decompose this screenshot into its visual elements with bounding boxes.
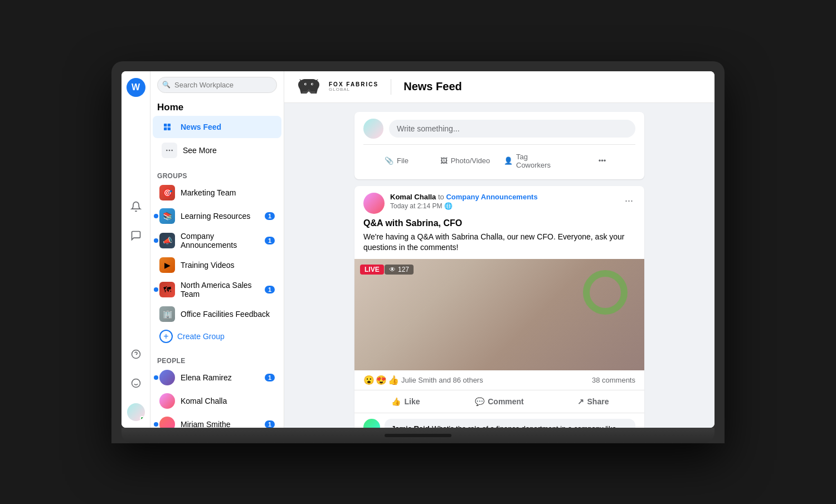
learning-resources-label: Learning Resources bbox=[181, 212, 259, 221]
miriam-smithe-avatar bbox=[159, 417, 175, 428]
sidebar-item-komal-challa[interactable]: Komal Challa bbox=[153, 390, 281, 412]
sidebar-item-news-feed[interactable]: News Feed bbox=[153, 116, 281, 138]
comments-count[interactable]: 38 comments bbox=[592, 376, 635, 384]
post-1-author[interactable]: Komal Challa bbox=[390, 193, 436, 201]
emoji-icon[interactable] bbox=[127, 374, 145, 392]
sidebar-item-elena-ramirez[interactable]: Elena Ramirez 1 bbox=[153, 366, 281, 389]
sidebar-item-training-videos[interactable]: ▶ Training Videos bbox=[153, 254, 281, 276]
view-count-number: 127 bbox=[398, 266, 409, 273]
laptop-screen: W bbox=[121, 71, 715, 428]
reaction-summary: 😮 😍 👍 Julie Smith and 86 others bbox=[363, 375, 483, 385]
post-1-destination[interactable]: Company Announcements bbox=[446, 193, 537, 201]
composer-input[interactable]: Write something... bbox=[389, 120, 635, 138]
tag-coworkers-action-button[interactable]: 👤 Tag Coworkers bbox=[500, 149, 567, 173]
current-user-avatar bbox=[127, 403, 145, 421]
post-1-author-avatar[interactable] bbox=[363, 193, 385, 214]
chat-icon[interactable] bbox=[127, 227, 145, 244]
main-content: FOX FABRICS GLOBAL News Feed Write somet… bbox=[284, 71, 715, 428]
app-container: W bbox=[121, 71, 715, 428]
help-icon[interactable] bbox=[127, 345, 145, 363]
post-1-image[interactable]: LIVE 👁 127 ▶ bbox=[354, 259, 644, 370]
post-card-1: Komal Challa to Company Announcements To… bbox=[354, 186, 644, 428]
comment-button-1[interactable]: 💬 Comment bbox=[453, 393, 546, 410]
online-indicator bbox=[140, 416, 144, 420]
svg-point-11 bbox=[171, 149, 173, 151]
post-composer: Write something... 📎 File 🖼 Photo/Video bbox=[354, 112, 644, 179]
comment-1-author[interactable]: Jamie Reid bbox=[391, 424, 430, 428]
workplace-logo[interactable]: W bbox=[127, 78, 145, 97]
company-announcements-badge: 1 bbox=[265, 237, 275, 244]
eye-icon: 👁 bbox=[389, 266, 396, 273]
live-badge: LIVE bbox=[360, 265, 384, 275]
composer-placeholder: Write something... bbox=[397, 124, 460, 133]
svg-point-14 bbox=[305, 84, 307, 85]
svg-point-10 bbox=[169, 149, 171, 151]
people-section-title: People bbox=[150, 354, 284, 366]
search-input[interactable] bbox=[157, 77, 277, 93]
create-group-plus-icon: + bbox=[159, 330, 173, 343]
comment-1-bubble: Jamie Reid What's the role of a finance … bbox=[385, 419, 635, 428]
fox-fabrics-logo bbox=[295, 77, 322, 97]
learning-resources-badge: 1 bbox=[265, 212, 275, 220]
comment-1: Jamie Reid What's the role of a finance … bbox=[363, 419, 635, 428]
like-emoji: 👍 bbox=[388, 375, 399, 385]
composer-top: Write something... bbox=[363, 119, 635, 139]
main-header: FOX FABRICS GLOBAL News Feed bbox=[284, 71, 715, 103]
elena-ramirez-badge: 1 bbox=[265, 374, 275, 381]
laptop-notch bbox=[385, 434, 451, 437]
post-1-time: Today at 2:14 PM 🌐 bbox=[390, 202, 617, 210]
sidebar-item-miriam-smithe[interactable]: Miriam Smithe 1 bbox=[153, 413, 281, 428]
news-feed-label: News Feed bbox=[181, 123, 275, 131]
svg-rect-8 bbox=[168, 127, 171, 130]
home-section-title: Home bbox=[150, 97, 284, 115]
miriam-smithe-label: Miriam Smithe bbox=[181, 420, 259, 428]
sidebar-search-container: 🔍 bbox=[150, 71, 284, 97]
post-1-title: Q&A with Sabrina, CFO bbox=[363, 218, 635, 228]
sidebar-item-learning-resources[interactable]: 📚 Learning Resources 1 bbox=[153, 205, 281, 227]
svg-point-15 bbox=[312, 84, 313, 85]
photo-video-action-button[interactable]: 🖼 Photo/Video bbox=[432, 149, 498, 173]
elena-ramirez-avatar bbox=[159, 370, 175, 385]
sidebar: 🔍 Home News Feed See More bbox=[150, 71, 284, 428]
sidebar-item-company-announcements[interactable]: 📣 Company Announcements 1 bbox=[153, 228, 281, 253]
post-1-to: to bbox=[438, 193, 446, 201]
user-avatar-icon[interactable] bbox=[127, 403, 145, 421]
like-button-1[interactable]: 👍 Like bbox=[359, 393, 453, 410]
sidebar-item-office-facilities[interactable]: 🏢 Office Facilities Feedback bbox=[153, 303, 281, 325]
composer-actions: 📎 File 🖼 Photo/Video 👤 Tag Coworkers bbox=[363, 144, 635, 173]
sidebar-item-marketing-team[interactable]: 🎯 Marketing Team bbox=[153, 182, 281, 204]
view-count: 👁 127 bbox=[385, 265, 414, 275]
sidebar-item-north-america-sales[interactable]: 🗺 North America Sales Team 1 bbox=[153, 277, 281, 302]
company-announcements-label: Company Announcements bbox=[181, 232, 259, 249]
marketing-team-label: Marketing Team bbox=[181, 188, 275, 197]
more-icon: ••• bbox=[599, 156, 606, 165]
create-group-button[interactable]: + Create Group bbox=[153, 326, 281, 346]
office-facilities-label: Office Facilities Feedback bbox=[181, 310, 275, 319]
decoration-circle bbox=[583, 270, 628, 315]
svg-point-2 bbox=[132, 379, 140, 387]
svg-rect-6 bbox=[168, 124, 171, 126]
search-icon: 🔍 bbox=[162, 81, 171, 89]
post-1-reactions: 😮 😍 👍 Julie Smith and 86 others 38 comme… bbox=[354, 370, 644, 390]
logo-letter: W bbox=[132, 82, 140, 92]
heart-emoji: 😍 bbox=[376, 375, 387, 385]
post-1-text: We're having a Q&A with Sabrina Challa, … bbox=[363, 232, 635, 253]
bell-icon[interactable] bbox=[127, 198, 145, 216]
learning-resources-icon: 📚 bbox=[159, 208, 175, 224]
file-action-button[interactable]: 📎 File bbox=[363, 149, 430, 173]
photo-icon: 🖼 bbox=[440, 156, 448, 165]
post-1-header: Komal Challa to Company Announcements To… bbox=[354, 186, 644, 218]
company-announcements-icon: 📣 bbox=[159, 233, 175, 248]
more-actions-button[interactable]: ••• bbox=[569, 149, 635, 173]
share-label-1: Share bbox=[587, 397, 609, 406]
like-label-1: Like bbox=[404, 397, 420, 406]
comment-1-avatar bbox=[363, 419, 380, 428]
sidebar-item-see-more[interactable]: See More bbox=[153, 139, 281, 162]
news-feed-icon bbox=[159, 119, 175, 135]
komal-challa-label: Komal Challa bbox=[181, 397, 275, 405]
reactions-text: Julie Smith and 86 others bbox=[401, 376, 483, 384]
post-1-more-button[interactable]: ··· bbox=[623, 193, 635, 209]
post-1-author-line: Komal Challa to Company Announcements bbox=[390, 193, 617, 201]
share-button-1[interactable]: ↗ Share bbox=[546, 393, 640, 410]
like-icon-1: 👍 bbox=[391, 397, 401, 406]
